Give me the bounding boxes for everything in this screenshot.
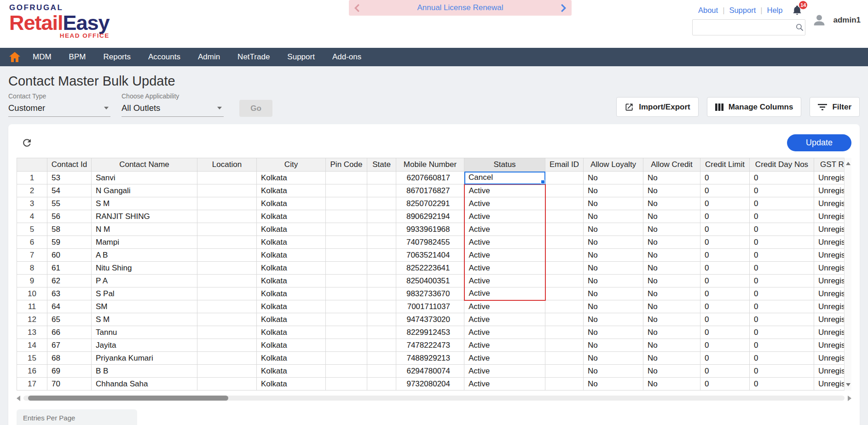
cell-city[interactable]: Kolkata	[257, 210, 326, 223]
cell-climit[interactable]: 0	[700, 223, 750, 236]
row-number[interactable]: 10	[17, 287, 47, 300]
cell-loyalty[interactable]: No	[584, 172, 643, 184]
cell-cname[interactable]: Mampi	[92, 236, 197, 249]
row-number[interactable]: 7	[17, 249, 47, 262]
cell-pin[interactable]	[326, 287, 367, 300]
cell-mobile[interactable]: 9732080204	[396, 378, 464, 391]
cell-credit[interactable]: No	[643, 249, 700, 262]
cell-cid[interactable]: 63	[47, 287, 92, 300]
cell-loyalty[interactable]: No	[584, 262, 643, 275]
go-button[interactable]: Go	[239, 100, 272, 117]
cell-cdays[interactable]: 0	[750, 326, 814, 339]
cell-status[interactable]: Cancel	[464, 172, 545, 184]
row-number[interactable]: 11	[17, 300, 47, 313]
cell-cid[interactable]: 65	[47, 313, 92, 326]
cell-credit[interactable]: No	[643, 223, 700, 236]
entries-per-page[interactable]: Entries Per Page	[17, 409, 137, 425]
banner-link[interactable]: Annual License Renewal	[417, 3, 503, 12]
cell-email[interactable]	[545, 275, 584, 287]
row-number[interactable]: 6	[17, 236, 47, 249]
row-number[interactable]: 14	[17, 339, 47, 352]
cell-email[interactable]	[545, 184, 584, 197]
cell-loc[interactable]	[197, 352, 257, 365]
cell-climit[interactable]: 0	[700, 326, 750, 339]
cell-cdays[interactable]: 0	[750, 339, 814, 352]
row-number[interactable]: 12	[17, 313, 47, 326]
cell-mobile[interactable]: 9474373020	[396, 313, 464, 326]
cell-loyalty[interactable]: No	[584, 352, 643, 365]
cell-cid[interactable]: 70	[47, 378, 92, 391]
cell-credit[interactable]: No	[643, 197, 700, 210]
cell-cdays[interactable]: 0	[750, 184, 814, 197]
cell-status[interactable]: Active	[464, 339, 545, 352]
cell-status[interactable]: Active	[464, 275, 545, 287]
cell-loyalty[interactable]: No	[584, 184, 643, 197]
cell-email[interactable]	[545, 249, 584, 262]
cell-loc[interactable]	[197, 262, 257, 275]
cell-cdays[interactable]: 0	[750, 365, 814, 378]
cell-city[interactable]: Kolkata	[257, 262, 326, 275]
cell-mobile[interactable]: 7478222473	[396, 339, 464, 352]
cell-climit[interactable]: 0	[700, 262, 750, 275]
cell-cname[interactable]: S M	[92, 313, 197, 326]
row-number[interactable]: 9	[17, 275, 47, 287]
cell-mobile[interactable]: 8250702291	[396, 197, 464, 210]
cell-loyalty[interactable]: No	[584, 249, 643, 262]
cell-climit[interactable]: 0	[700, 352, 750, 365]
cell-state[interactable]	[367, 262, 396, 275]
col-header-loyalty[interactable]: Allow Loyalty	[584, 158, 643, 172]
row-number[interactable]: 17	[17, 378, 47, 391]
cell-pin[interactable]	[326, 172, 367, 184]
cell-city[interactable]: Kolkata	[257, 223, 326, 236]
cell-city[interactable]: Kolkata	[257, 287, 326, 300]
col-header-loc[interactable]: Location	[197, 158, 257, 172]
cell-status[interactable]: Active	[464, 365, 545, 378]
home-icon[interactable]	[9, 52, 20, 62]
row-number[interactable]: 2	[17, 184, 47, 197]
cell-loc[interactable]	[197, 275, 257, 287]
nav-item-admin[interactable]: Admin	[189, 52, 229, 62]
cell-cname[interactable]: Nitu Shing	[92, 262, 197, 275]
banner-prev-icon[interactable]	[354, 4, 360, 12]
cell-loc[interactable]	[197, 197, 257, 210]
cell-status[interactable]: Active	[464, 352, 545, 365]
cell-loyalty[interactable]: No	[584, 236, 643, 249]
cell-mobile[interactable]: 8252223641	[396, 262, 464, 275]
cell-cid[interactable]: 62	[47, 275, 92, 287]
cell-mobile[interactable]: 9832733670	[396, 287, 464, 300]
row-number[interactable]: 13	[17, 326, 47, 339]
row-number[interactable]: 1	[17, 172, 47, 184]
nav-item-accounts[interactable]: Accounts	[139, 52, 189, 62]
cell-email[interactable]	[545, 223, 584, 236]
nav-item-mdm[interactable]: MDM	[24, 52, 60, 62]
cell-loc[interactable]	[197, 287, 257, 300]
manage-columns-button[interactable]: Manage Columns	[707, 97, 802, 117]
cell-climit[interactable]: 0	[700, 287, 750, 300]
cell-status[interactable]: Active	[464, 236, 545, 249]
import-export-button[interactable]: Import/Export	[616, 97, 698, 117]
cell-state[interactable]	[367, 300, 396, 313]
cell-status[interactable]: Active	[464, 223, 545, 236]
cell-cname[interactable]: RANJIT SHING	[92, 210, 197, 223]
cell-climit[interactable]: 0	[700, 249, 750, 262]
cell-email[interactable]	[545, 262, 584, 275]
cell-status[interactable]: Active	[464, 287, 545, 300]
cell-mobile[interactable]: 6294780074	[396, 365, 464, 378]
cell-pin[interactable]	[326, 365, 367, 378]
cell-cname[interactable]: P A	[92, 275, 197, 287]
cell-state[interactable]	[367, 352, 396, 365]
search-icon[interactable]	[795, 23, 808, 32]
cell-state[interactable]	[367, 184, 396, 197]
col-header-pin[interactable]: Pin Code	[326, 158, 367, 172]
cell-loyalty[interactable]: No	[584, 378, 643, 391]
cell-credit[interactable]: No	[643, 365, 700, 378]
cell-cdays[interactable]: 0	[750, 287, 814, 300]
nav-item-reports[interactable]: Reports	[94, 52, 139, 62]
cell-city[interactable]: Kolkata	[257, 378, 326, 391]
col-header-city[interactable]: City	[257, 158, 326, 172]
cell-cname[interactable]: A B	[92, 249, 197, 262]
cell-mobile[interactable]: 8670176827	[396, 184, 464, 197]
cell-cname[interactable]: Chhanda Saha	[92, 378, 197, 391]
cell-cid[interactable]: 53	[47, 172, 92, 184]
cell-state[interactable]	[367, 313, 396, 326]
